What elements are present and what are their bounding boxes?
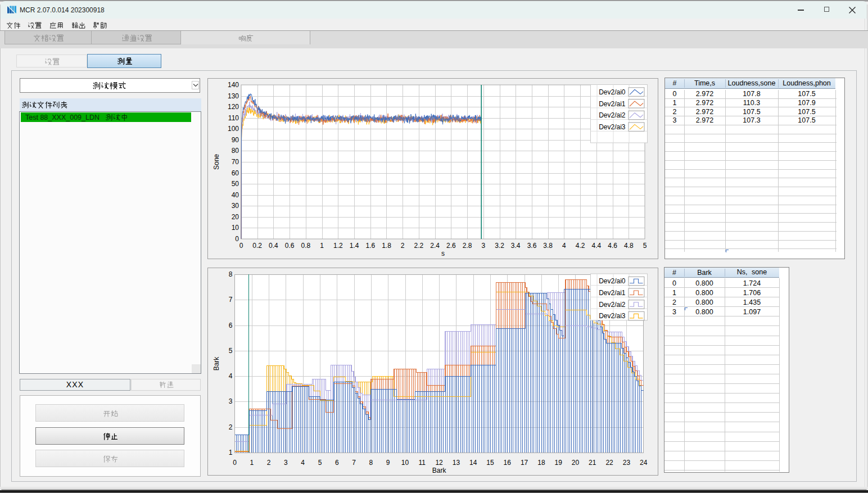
svg-text:1: 1 <box>320 242 324 250</box>
svg-text:0: 0 <box>235 235 239 243</box>
svg-text:4.8: 4.8 <box>624 242 634 250</box>
svg-text:2.8: 2.8 <box>463 242 472 250</box>
svg-text:20: 20 <box>232 213 239 221</box>
svg-text:5: 5 <box>318 459 322 467</box>
svg-text:Dev2/ai1: Dev2/ai1 <box>599 100 626 108</box>
svg-text:12: 12 <box>435 459 443 467</box>
svg-text:5: 5 <box>229 347 233 355</box>
svg-text:Dev2/ai0: Dev2/ai0 <box>599 88 626 96</box>
svg-text:13: 13 <box>453 459 460 467</box>
svg-text:17: 17 <box>521 459 528 467</box>
svg-text:20: 20 <box>572 459 580 467</box>
svg-text:120: 120 <box>228 103 239 111</box>
svg-text:1: 1 <box>229 449 233 456</box>
svg-text:1.2: 1.2 <box>333 242 343 250</box>
svg-text:2.6: 2.6 <box>446 242 456 250</box>
svg-text:4: 4 <box>229 372 233 380</box>
svg-text:15: 15 <box>486 459 494 467</box>
svg-text:18: 18 <box>537 459 545 467</box>
svg-text:0.2: 0.2 <box>252 242 262 250</box>
svg-text:3.6: 3.6 <box>527 242 537 250</box>
svg-text:90: 90 <box>232 136 239 144</box>
svg-text:2: 2 <box>229 423 233 431</box>
svg-text:50: 50 <box>232 180 239 188</box>
svg-text:Bark: Bark <box>432 467 447 474</box>
svg-text:21: 21 <box>589 459 596 467</box>
svg-text:100: 100 <box>228 125 239 133</box>
svg-text:30: 30 <box>232 202 239 210</box>
svg-text:70: 70 <box>232 158 239 166</box>
svg-text:3.8: 3.8 <box>543 242 553 250</box>
svg-text:0.6: 0.6 <box>285 242 295 250</box>
svg-text:4.6: 4.6 <box>608 242 617 250</box>
svg-text:1: 1 <box>250 459 254 467</box>
svg-text:1.8: 1.8 <box>382 242 391 250</box>
svg-text:Dev2/ai0: Dev2/ai0 <box>599 277 626 285</box>
svg-text:140: 140 <box>228 81 239 89</box>
svg-text:3: 3 <box>481 242 485 250</box>
svg-text:8: 8 <box>369 459 373 467</box>
svg-text:6: 6 <box>335 459 339 467</box>
svg-text:24: 24 <box>640 459 648 467</box>
svg-text:8: 8 <box>229 270 233 278</box>
svg-text:80: 80 <box>232 147 239 155</box>
svg-text:3: 3 <box>284 459 288 467</box>
svg-text:2: 2 <box>401 242 405 250</box>
svg-text:22: 22 <box>605 459 613 467</box>
svg-text:16: 16 <box>504 459 512 467</box>
svg-text:130: 130 <box>228 92 239 100</box>
svg-text:19: 19 <box>555 459 563 467</box>
svg-text:0.4: 0.4 <box>269 242 278 250</box>
svg-text:Dev2/ai3: Dev2/ai3 <box>599 123 626 131</box>
svg-text:Dev2/ai3: Dev2/ai3 <box>599 312 626 320</box>
svg-text:60: 60 <box>232 169 239 177</box>
svg-text:5: 5 <box>643 242 647 250</box>
svg-text:3: 3 <box>229 397 233 405</box>
svg-text:4.4: 4.4 <box>591 242 601 250</box>
svg-text:4.2: 4.2 <box>576 242 585 250</box>
svg-text:6: 6 <box>229 322 233 329</box>
svg-text:Sone: Sone <box>213 154 220 170</box>
svg-text:110: 110 <box>228 114 239 122</box>
svg-text:7: 7 <box>352 459 356 467</box>
svg-text:Dev2/ai2: Dev2/ai2 <box>599 301 626 309</box>
svg-text:3.2: 3.2 <box>495 242 504 250</box>
svg-text:10: 10 <box>232 224 239 232</box>
svg-text:s: s <box>441 250 445 257</box>
svg-text:1.6: 1.6 <box>365 242 375 250</box>
svg-text:23: 23 <box>623 459 631 467</box>
svg-text:2.2: 2.2 <box>414 242 424 250</box>
svg-text:2: 2 <box>267 459 271 467</box>
svg-text:1.4: 1.4 <box>350 242 359 250</box>
svg-text:10: 10 <box>401 459 409 467</box>
svg-text:0: 0 <box>233 459 237 467</box>
svg-text:Dev2/ai2: Dev2/ai2 <box>599 111 626 119</box>
svg-text:7: 7 <box>229 296 233 304</box>
svg-text:9: 9 <box>386 459 390 467</box>
svg-text:0: 0 <box>239 242 243 250</box>
svg-text:3.4: 3.4 <box>511 242 521 250</box>
svg-text:14: 14 <box>469 459 477 467</box>
svg-text:40: 40 <box>232 191 239 199</box>
svg-text:0.8: 0.8 <box>301 242 311 250</box>
svg-text:Dev2/ai1: Dev2/ai1 <box>599 289 626 297</box>
svg-text:4: 4 <box>301 459 305 467</box>
svg-text:2.4: 2.4 <box>430 242 440 250</box>
svg-text:Bark: Bark <box>213 356 220 371</box>
svg-text:11: 11 <box>419 459 426 467</box>
svg-text:4: 4 <box>562 242 566 250</box>
